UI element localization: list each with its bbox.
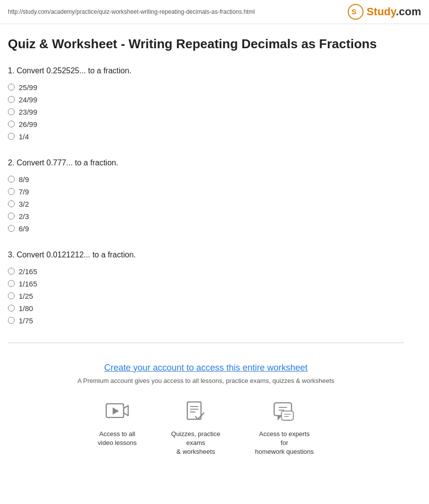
question-2-radio-3[interactable] <box>8 200 15 207</box>
features-row: Access to allvideo lessons Quizzes, prac… <box>28 398 384 457</box>
premium-subtitle: A Premium account gives you access to al… <box>28 377 384 384</box>
question-1-option-3[interactable]: 23/99 <box>8 106 404 118</box>
question-3-option-5-label: 1/75 <box>19 316 33 325</box>
question-3-option-4[interactable]: 1/80 <box>8 302 404 315</box>
question-1-option-4-label: 26/99 <box>19 120 37 128</box>
question-2-text: 2. Convert 0.777... to a fraction. <box>8 158 404 167</box>
url-bar: http://study.com/academy/practice/quiz-w… <box>8 8 255 15</box>
question-1-option-5-label: 1/4 <box>19 132 29 141</box>
question-2-radio-2[interactable] <box>8 188 15 195</box>
main-content: Quiz & Worksheet - Writing Repeating Dec… <box>0 24 424 504</box>
premium-section: Create your account to access this entir… <box>8 353 404 486</box>
feature-experts: Access to experts forhomework questions <box>255 398 314 457</box>
question-3-radio-1[interactable] <box>8 268 15 275</box>
question-1-radio-1[interactable] <box>8 84 15 91</box>
questions-container: 1. Convert 0.252525... to a fraction.25/… <box>8 66 404 327</box>
question-3-option-4-label: 1/80 <box>19 304 33 313</box>
question-2-radio-1[interactable] <box>8 176 15 183</box>
question-3-option-2[interactable]: 1/165 <box>8 278 404 290</box>
question-2-option-1-label: 8/9 <box>19 175 29 184</box>
feature-quizzes-label: Quizzes, practice exams& worksheets <box>166 430 225 457</box>
question-1-option-5[interactable]: 1/4 <box>8 130 404 143</box>
question-2-option-5[interactable]: 6/9 <box>8 222 404 235</box>
question-3-options: 2/1651/1651/251/801/75 <box>8 265 404 327</box>
svg-rect-5 <box>188 402 201 419</box>
question-1-text: 1. Convert 0.252525... to a fraction. <box>8 66 404 75</box>
question-3-text: 3. Convert 0.0121212... to a fraction. <box>8 251 404 259</box>
question-1-radio-5[interactable] <box>8 133 15 140</box>
question-3-radio-4[interactable] <box>8 305 15 312</box>
logo-text: Study.com <box>366 5 421 18</box>
question-3: 3. Convert 0.0121212... to a fraction.2/… <box>8 251 404 327</box>
logo: S Study.com <box>348 4 421 20</box>
question-3-option-1-label: 2/165 <box>19 267 37 276</box>
question-1-radio-3[interactable] <box>8 108 15 115</box>
question-1: 1. Convert 0.252525... to a fraction.25/… <box>8 66 404 143</box>
chat-icon <box>270 398 298 426</box>
question-1-option-2-label: 24/99 <box>19 95 37 104</box>
question-3-radio-3[interactable] <box>8 292 15 299</box>
question-2-radio-5[interactable] <box>8 225 15 232</box>
question-2-option-4-label: 2/3 <box>19 212 29 220</box>
question-2-option-1[interactable]: 8/9 <box>8 173 404 186</box>
question-2: 2. Convert 0.777... to a fraction.8/97/9… <box>8 158 404 235</box>
question-3-option-1[interactable]: 2/165 <box>8 265 404 278</box>
question-1-radio-4[interactable] <box>8 121 15 127</box>
question-2-option-2-label: 7/9 <box>19 188 29 196</box>
page-header: http://study.com/academy/practice/quiz-w… <box>0 0 429 24</box>
question-1-option-3-label: 23/99 <box>19 108 37 116</box>
question-3-option-5[interactable]: 1/75 <box>8 315 404 327</box>
question-1-option-1-label: 25/99 <box>19 83 37 92</box>
question-3-option-3[interactable]: 1/25 <box>8 290 404 302</box>
feature-experts-label: Access to experts forhomework questions <box>255 430 314 457</box>
question-3-radio-5[interactable] <box>8 317 15 324</box>
feature-video: Access to allvideo lessons <box>98 398 137 457</box>
question-3-radio-2[interactable] <box>8 280 15 287</box>
question-2-option-5-label: 6/9 <box>19 224 29 233</box>
feature-quizzes: Quizzes, practice exams& worksheets <box>166 398 225 457</box>
page-title: Quiz & Worksheet - Writing Repeating Dec… <box>8 36 404 53</box>
question-2-option-3[interactable]: 3/2 <box>8 198 404 210</box>
section-divider <box>8 343 404 343</box>
svg-marker-4 <box>113 408 119 415</box>
video-icon <box>103 398 131 426</box>
question-3-option-2-label: 1/165 <box>19 280 37 288</box>
question-1-option-1[interactable]: 25/99 <box>8 81 404 94</box>
question-2-option-3-label: 3/2 <box>19 200 29 208</box>
svg-rect-12 <box>282 411 294 420</box>
question-2-option-2[interactable]: 7/9 <box>8 186 404 198</box>
feature-video-label: Access to allvideo lessons <box>98 430 137 447</box>
quiz-icon <box>182 398 209 426</box>
svg-marker-3 <box>124 406 128 415</box>
svg-text:S: S <box>352 8 356 16</box>
question-1-option-4[interactable]: 26/99 <box>8 118 404 130</box>
studycom-logo-icon: S <box>348 4 363 20</box>
question-1-option-2[interactable]: 24/99 <box>8 94 404 106</box>
question-2-radio-4[interactable] <box>8 213 15 220</box>
premium-title: Create your account to access this entir… <box>28 363 384 373</box>
question-1-radio-2[interactable] <box>8 96 15 103</box>
question-1-options: 25/9924/9923/9926/991/4 <box>8 81 404 143</box>
question-2-options: 8/97/93/22/36/9 <box>8 173 404 235</box>
question-3-option-3-label: 1/25 <box>19 292 33 300</box>
question-2-option-4[interactable]: 2/3 <box>8 210 404 222</box>
